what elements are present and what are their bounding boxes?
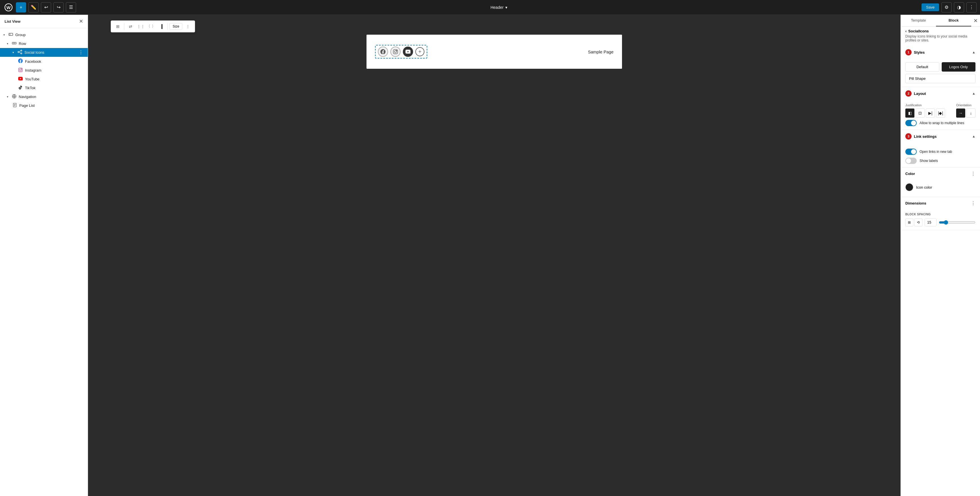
- icon-color-row: Icon color: [905, 183, 975, 191]
- color-section-dots[interactable]: ⋮: [971, 171, 975, 176]
- transform-button[interactable]: ⊞: [113, 22, 123, 31]
- tab-block[interactable]: Block: [936, 15, 971, 26]
- drag-button[interactable]: ⇄: [126, 22, 135, 31]
- tree-item-youtube[interactable]: YouTube: [0, 75, 88, 83]
- theme-button[interactable]: ◑: [954, 2, 964, 13]
- chevron-desc: ‹: [905, 29, 907, 33]
- justify-right-button[interactable]: ▶|: [926, 108, 935, 118]
- justify-stretch-button[interactable]: |◆|: [936, 108, 945, 118]
- tree-item-social-icons[interactable]: ▾ Social Icons ⋮: [0, 48, 88, 57]
- style-logos-only[interactable]: Logos Only: [942, 62, 976, 72]
- page-list-icon: [13, 103, 17, 108]
- svg-point-9: [21, 53, 22, 54]
- topbar: W + ✏️ ↩ ↪ ☰ Header ▾ Save ⚙ ◑ ⋮: [0, 0, 980, 15]
- color-section-header[interactable]: Color ⋮: [901, 167, 980, 180]
- tree-area: ▾ Group ▾ Row ▾: [0, 28, 88, 496]
- align-button[interactable]: ▐: [157, 22, 166, 31]
- add-social-button[interactable]: +: [415, 47, 425, 56]
- tree-item-instagram[interactable]: Instagram: [0, 66, 88, 75]
- svg-point-23: [396, 50, 397, 51]
- styles-title-row: 1 Styles: [905, 49, 924, 56]
- canvas-area: ⊞ ⇄ ⋮⋮ 〈 〉 ▐ Size ⋮ +: [88, 15, 900, 496]
- more-toolbar-button[interactable]: ⋮: [183, 22, 192, 31]
- nav-button[interactable]: 〈 〉: [146, 22, 156, 31]
- color-section: Color ⋮ Icon color: [901, 167, 980, 197]
- close-panel-button[interactable]: ✕: [971, 15, 980, 26]
- spacing-slider[interactable]: [939, 220, 975, 225]
- show-labels-toggle[interactable]: [905, 158, 917, 164]
- link-settings-title-row: 3 Link settings: [905, 133, 937, 139]
- row-label: Row: [19, 41, 84, 46]
- save-button[interactable]: Save: [921, 3, 939, 11]
- list-view-button[interactable]: ☰: [66, 2, 76, 13]
- move-button[interactable]: ⋮⋮: [136, 22, 145, 31]
- tree-item-facebook[interactable]: Facebook: [0, 57, 88, 66]
- tree-item-navigation[interactable]: ▾ Navigation: [0, 93, 88, 101]
- edit-button[interactable]: ✏️: [29, 2, 38, 13]
- dimensions-section-header[interactable]: Dimensions ⋮: [901, 197, 980, 209]
- spacing-input[interactable]: [925, 218, 937, 226]
- chevron-row: ▾: [7, 42, 11, 45]
- justify-left-button[interactable]: ◧: [905, 108, 915, 118]
- wrap-toggle[interactable]: [905, 120, 917, 126]
- layout-controls-row: Justification ◧ ⊡ ▶| |◆| Orientation → ↓: [905, 104, 975, 118]
- settings-button[interactable]: ⚙: [942, 2, 951, 13]
- styles-section: 1 Styles ▲ Default Logos Only Pill Shape: [901, 46, 980, 87]
- sidebar-close-button[interactable]: ✕: [79, 18, 83, 24]
- icon-color-label: Icon color: [916, 185, 932, 190]
- style-pill-shape[interactable]: Pill Shape: [905, 74, 975, 83]
- social-desc-title: ‹ SocialIcons: [905, 29, 975, 33]
- tree-item-row[interactable]: ▾ Row: [0, 39, 88, 48]
- layout-section: 2 Layout ▲ Justification ◧ ⊡ ▶| |◆|: [901, 87, 980, 130]
- group-label: Group: [15, 33, 84, 37]
- style-default[interactable]: Default: [905, 62, 939, 72]
- youtube-social-icon[interactable]: [403, 46, 413, 57]
- svg-rect-2: [9, 33, 13, 35]
- show-labels-row: Show labels: [905, 158, 975, 164]
- open-new-tab-toggle[interactable]: [905, 148, 917, 155]
- facebook-social-icon[interactable]: [378, 46, 388, 57]
- tab-template[interactable]: Template: [901, 15, 936, 26]
- block-spacing-label: BLOCK SPACING: [905, 213, 975, 216]
- social-icons-options[interactable]: ⋮: [78, 50, 84, 55]
- spacing-icon-btn-1[interactable]: ⊞: [905, 218, 913, 226]
- link-settings-header[interactable]: 3 Link settings ▲: [901, 130, 980, 143]
- tiktok-icon: [18, 85, 23, 91]
- svg-rect-12: [19, 68, 22, 72]
- styles-grid: Default Logos Only: [905, 62, 975, 72]
- dimensions-section: Dimensions ⋮ BLOCK SPACING ⊞ ⟲ px: [901, 197, 980, 230]
- layout-section-header[interactable]: 2 Layout ▲: [901, 87, 980, 100]
- styles-step-badge: 1: [905, 49, 912, 56]
- wrap-toggle-row: Allow to wrap to multiple lines: [905, 120, 975, 126]
- wordpress-logo[interactable]: W: [3, 2, 14, 13]
- undo-button[interactable]: ↩: [41, 2, 51, 13]
- add-block-button[interactable]: +: [16, 2, 26, 13]
- justify-center-button[interactable]: ⊡: [916, 108, 924, 118]
- youtube-label: YouTube: [25, 77, 84, 81]
- icon-color-swatch[interactable]: [905, 183, 913, 191]
- orient-vertical-button[interactable]: ↓: [966, 108, 975, 118]
- tree-item-tiktok[interactable]: TikTok: [0, 83, 88, 93]
- header-label[interactable]: Header ▾: [490, 5, 508, 10]
- tree-item-page-list[interactable]: Page List: [0, 101, 88, 110]
- spacing-icon-btn-2[interactable]: ⟲: [915, 218, 923, 226]
- more-options-button[interactable]: ⋮: [966, 2, 977, 13]
- right-panel: Template Block ✕ ‹ SocialIcons Display i…: [900, 15, 980, 496]
- tree-item-group[interactable]: ▾ Group: [0, 30, 88, 39]
- redo-button[interactable]: ↪: [53, 2, 64, 13]
- open-new-tab-row: Open links in new tab: [905, 148, 975, 155]
- size-button[interactable]: Size: [170, 23, 182, 30]
- orient-horizontal-button[interactable]: →: [956, 108, 965, 118]
- layout-content: Justification ◧ ⊡ ▶| |◆| Orientation → ↓: [901, 100, 980, 129]
- justification-group: Justification ◧ ⊡ ▶| |◆|: [905, 104, 945, 118]
- sample-page-label: Sample Page: [588, 49, 614, 54]
- topbar-left: W + ✏️ ↩ ↪ ☰: [3, 2, 76, 13]
- link-settings-section: 3 Link settings ▲ Open links in new tab …: [901, 130, 980, 167]
- dimensions-section-dots[interactable]: ⋮: [971, 201, 975, 206]
- social-icons-label: Social Icons: [24, 50, 78, 54]
- social-icons-block[interactable]: +: [375, 45, 427, 59]
- layout-chevron: ▲: [972, 91, 975, 96]
- styles-chevron: ▲: [972, 50, 975, 54]
- styles-section-header[interactable]: 1 Styles ▲: [901, 46, 980, 59]
- instagram-social-icon[interactable]: [390, 46, 401, 57]
